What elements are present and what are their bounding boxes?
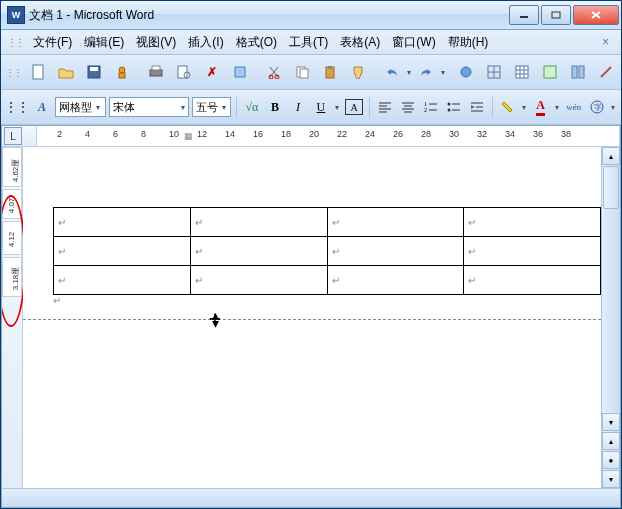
scroll-down-icon[interactable]: ▾ xyxy=(602,413,620,431)
svg-point-7 xyxy=(119,67,125,73)
table-cell: ↵ xyxy=(327,208,464,237)
hruler-ticks[interactable]: 2 4 6 8 10 ▦ 12 14 16 18 20 22 24 26 28 … xyxy=(36,126,620,147)
save-icon[interactable] xyxy=(81,60,107,84)
table-row: ↵↵↵↵ xyxy=(54,237,601,266)
indent-icon[interactable] xyxy=(467,96,487,118)
fmt-overflow[interactable]: ▾ xyxy=(610,103,617,112)
styles-pane-icon[interactable]: A xyxy=(32,96,52,118)
table-cell: ↵ xyxy=(464,208,601,237)
enclose-char-icon[interactable]: 字 xyxy=(587,96,607,118)
menu-view[interactable]: 视图(V) xyxy=(130,32,182,53)
undo-icon[interactable] xyxy=(379,60,405,84)
size-combo[interactable]: 五号▾ xyxy=(192,97,232,117)
redo-dropdown[interactable]: ▾ xyxy=(441,68,445,77)
open-icon[interactable] xyxy=(53,60,79,84)
underline-button[interactable]: U xyxy=(311,96,331,118)
menu-close-doc[interactable]: × xyxy=(596,35,615,49)
spellcheck-icon[interactable]: ✗ xyxy=(199,60,225,84)
permission-icon[interactable] xyxy=(109,60,135,84)
undo-dropdown[interactable]: ▾ xyxy=(407,68,411,77)
columns-icon[interactable] xyxy=(565,60,591,84)
scroll-up-icon[interactable]: ▴ xyxy=(602,147,620,165)
table-cell: ↵ xyxy=(464,266,601,295)
horizontal-ruler[interactable]: L 2 4 6 8 10 ▦ 12 14 16 18 20 22 24 26 2… xyxy=(2,126,620,147)
vertical-ruler[interactable]: 4.62厘 4.07 4.12 3.18厘 xyxy=(2,147,23,488)
highlight-dropdown[interactable]: ▾ xyxy=(521,103,528,112)
underline-dropdown[interactable]: ▾ xyxy=(334,103,341,112)
menu-file[interactable]: 文件(F) xyxy=(27,32,78,53)
svg-point-46 xyxy=(447,103,450,106)
italic-button[interactable]: I xyxy=(288,96,308,118)
svg-rect-1 xyxy=(552,12,560,18)
redo-icon[interactable] xyxy=(413,60,439,84)
svg-rect-19 xyxy=(300,69,308,78)
prev-page-icon[interactable]: ▴ xyxy=(602,432,620,450)
table-cell: ↵ xyxy=(190,266,327,295)
formatting-toolbar: ⋮⋮ A 网格型▾ 宋体▾ 五号▾ √α B I U ▾ A 12 ▾ A ▾ … xyxy=(1,90,621,125)
resize-cursor-icon: ▴✛▾ xyxy=(209,310,221,328)
menu-window[interactable]: 窗口(W) xyxy=(386,32,441,53)
insert-sheet-icon[interactable] xyxy=(537,60,563,84)
print-icon[interactable] xyxy=(143,60,169,84)
ruler-indent-marker[interactable]: ▦ xyxy=(183,126,193,146)
highlight-icon[interactable] xyxy=(498,96,518,118)
row-resize-guide xyxy=(23,319,601,320)
paste-icon[interactable] xyxy=(317,60,343,84)
cut-icon[interactable] xyxy=(261,60,287,84)
insert-table-icon[interactable] xyxy=(509,60,535,84)
table-cell: ↵ xyxy=(327,237,464,266)
style-value: 网格型 xyxy=(59,100,92,115)
numbering-icon[interactable]: 12 xyxy=(421,96,441,118)
font-color-button[interactable]: A xyxy=(531,96,551,118)
close-button[interactable] xyxy=(573,5,619,25)
document-table[interactable]: ↵↵↵↵ ↵↵↵↵ ↵↵↵↵ xyxy=(53,207,601,295)
menu-insert[interactable]: 插入(I) xyxy=(182,32,229,53)
next-page-icon[interactable]: ▾ xyxy=(602,470,620,488)
char-border-button[interactable]: A xyxy=(344,96,364,118)
copy-icon[interactable] xyxy=(289,60,315,84)
menu-grip-icon[interactable]: ⋮⋮ xyxy=(7,37,23,48)
app-icon: W xyxy=(7,6,25,24)
tab-selector[interactable]: L xyxy=(4,127,22,145)
phonetic-guide-icon[interactable]: wén xyxy=(564,96,584,118)
font-color-dropdown[interactable]: ▾ xyxy=(554,103,561,112)
research-icon[interactable] xyxy=(227,60,253,84)
svg-point-48 xyxy=(447,109,450,112)
new-doc-icon[interactable] xyxy=(25,60,51,84)
font-combo[interactable]: 宋体▾ xyxy=(109,97,189,117)
document-page[interactable]: ↵↵↵↵ ↵↵↵↵ ↵↵↵↵ ↵ ▴✛▾ xyxy=(23,147,601,488)
drawing-icon[interactable] xyxy=(593,60,619,84)
align-left-icon[interactable] xyxy=(375,96,395,118)
menu-tools[interactable]: 工具(T) xyxy=(283,32,334,53)
table-cell: ↵ xyxy=(54,266,191,295)
menu-bar: ⋮⋮ 文件(F) 编辑(E) 视图(V) 插入(I) 格式(O) 工具(T) 表… xyxy=(1,30,621,55)
bold-button[interactable]: B xyxy=(265,96,285,118)
align-center-icon[interactable] xyxy=(398,96,418,118)
menu-edit[interactable]: 编辑(E) xyxy=(78,32,130,53)
toolbar-grip-icon[interactable]: ⋮⋮ xyxy=(5,67,21,78)
vertical-scrollbar[interactable]: ▴ ▾ ▴ ● ▾ xyxy=(601,147,620,488)
table-cell: ↵ xyxy=(327,266,464,295)
horizontal-scrollbar[interactable] xyxy=(2,488,620,507)
equation-icon[interactable]: √α xyxy=(242,96,262,118)
format-painter-icon[interactable] xyxy=(345,60,371,84)
menu-table[interactable]: 表格(A) xyxy=(334,32,386,53)
hyperlink-icon[interactable] xyxy=(453,60,479,84)
menu-help[interactable]: 帮助(H) xyxy=(442,32,495,53)
style-combo[interactable]: 网格型▾ xyxy=(55,97,106,117)
standard-toolbar: ⋮⋮ ✗ ▾ ▾ ▾ 100%▾ U ▾ xyxy=(1,55,621,90)
tables-borders-icon[interactable] xyxy=(481,60,507,84)
browse-object-icon[interactable]: ● xyxy=(602,451,620,469)
svg-point-22 xyxy=(461,67,471,77)
scroll-thumb[interactable] xyxy=(603,166,619,209)
print-preview-icon[interactable] xyxy=(171,60,197,84)
fmt-grip-icon[interactable]: ⋮⋮ xyxy=(5,100,29,114)
minimize-button[interactable] xyxy=(509,5,539,25)
workspace: L 2 4 6 8 10 ▦ 12 14 16 18 20 22 24 26 2… xyxy=(1,125,621,508)
maximize-button[interactable] xyxy=(541,5,571,25)
svg-text:2: 2 xyxy=(424,107,427,113)
svg-rect-26 xyxy=(516,66,528,78)
menu-format[interactable]: 格式(O) xyxy=(230,32,283,53)
bullets-icon[interactable] xyxy=(444,96,464,118)
paragraph-mark: ↵ xyxy=(53,295,61,306)
